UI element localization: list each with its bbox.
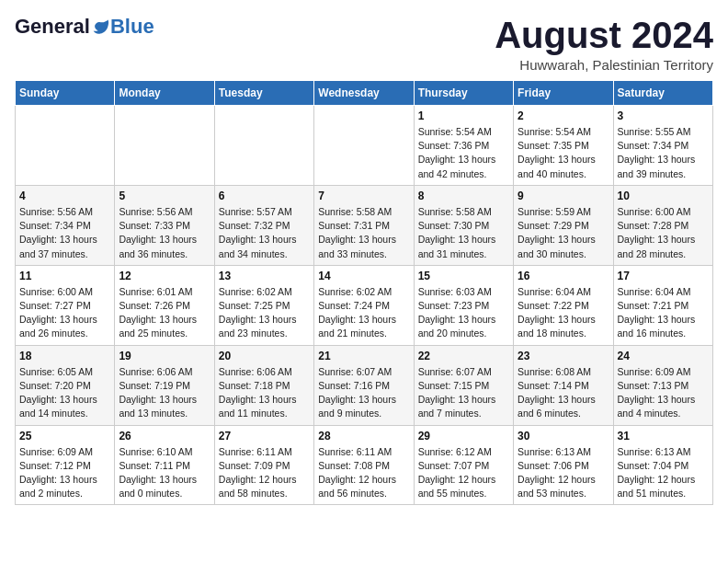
logo-general-text: General [15, 15, 90, 39]
day-number: 5 [119, 190, 210, 202]
weekday-header-row: SundayMondayTuesdayWednesdayThursdayFrid… [16, 81, 713, 106]
weekday-header: Tuesday [214, 81, 313, 106]
weekday-header: Thursday [414, 81, 513, 106]
calendar-cell: 17Sunrise: 6:04 AM Sunset: 7:21 PM Dayli… [613, 265, 712, 345]
calendar-cell: 6Sunrise: 5:57 AM Sunset: 7:32 PM Daylig… [214, 185, 313, 265]
calendar-cell: 3Sunrise: 5:55 AM Sunset: 7:34 PM Daylig… [613, 106, 712, 186]
calendar-cell: 15Sunrise: 6:03 AM Sunset: 7:23 PM Dayli… [414, 265, 513, 345]
calendar-cell: 2Sunrise: 5:54 AM Sunset: 7:35 PM Daylig… [514, 106, 613, 186]
day-detail: Sunrise: 6:13 AM Sunset: 7:04 PM Dayligh… [618, 445, 709, 501]
day-number: 3 [618, 109, 709, 122]
calendar-cell: 8Sunrise: 5:58 AM Sunset: 7:30 PM Daylig… [414, 185, 513, 265]
calendar-week-row: 18Sunrise: 6:05 AM Sunset: 7:20 PM Dayli… [16, 345, 713, 425]
day-detail: Sunrise: 6:12 AM Sunset: 7:07 PM Dayligh… [418, 445, 509, 501]
day-detail: Sunrise: 5:56 AM Sunset: 7:34 PM Dayligh… [19, 205, 110, 261]
calendar-cell: 9Sunrise: 5:59 AM Sunset: 7:29 PM Daylig… [514, 185, 613, 265]
day-detail: Sunrise: 6:07 AM Sunset: 7:16 PM Dayligh… [318, 365, 409, 421]
day-detail: Sunrise: 6:00 AM Sunset: 7:27 PM Dayligh… [19, 285, 110, 341]
day-number: 27 [219, 430, 310, 442]
day-number: 15 [418, 270, 509, 282]
calendar-cell: 25Sunrise: 6:09 AM Sunset: 7:12 PM Dayli… [16, 425, 115, 505]
day-number: 17 [618, 270, 709, 282]
day-number: 18 [19, 350, 110, 362]
calendar-cell [16, 106, 115, 186]
day-detail: Sunrise: 6:01 AM Sunset: 7:26 PM Dayligh… [119, 285, 210, 341]
day-number: 12 [119, 270, 210, 282]
day-detail: Sunrise: 6:02 AM Sunset: 7:24 PM Dayligh… [318, 285, 409, 341]
day-detail: Sunrise: 6:05 AM Sunset: 7:20 PM Dayligh… [19, 365, 110, 421]
calendar-cell: 1Sunrise: 5:54 AM Sunset: 7:36 PM Daylig… [414, 106, 513, 186]
day-number: 10 [618, 190, 709, 202]
day-number: 21 [318, 350, 409, 362]
day-detail: Sunrise: 5:54 AM Sunset: 7:36 PM Dayligh… [418, 125, 509, 181]
day-detail: Sunrise: 6:06 AM Sunset: 7:19 PM Dayligh… [119, 365, 210, 421]
day-detail: Sunrise: 5:56 AM Sunset: 7:33 PM Dayligh… [119, 205, 210, 261]
calendar-cell: 29Sunrise: 6:12 AM Sunset: 7:07 PM Dayli… [414, 425, 513, 505]
calendar-cell [115, 106, 214, 186]
page-header: General Blue August 2024 Huwwarah, Pales… [15, 15, 713, 73]
calendar-cell: 5Sunrise: 5:56 AM Sunset: 7:33 PM Daylig… [115, 185, 214, 265]
day-number: 28 [318, 430, 409, 442]
calendar-cell: 11Sunrise: 6:00 AM Sunset: 7:27 PM Dayli… [16, 265, 115, 345]
day-detail: Sunrise: 5:58 AM Sunset: 7:30 PM Dayligh… [418, 205, 509, 261]
calendar-cell: 21Sunrise: 6:07 AM Sunset: 7:16 PM Dayli… [314, 345, 414, 425]
calendar-cell: 27Sunrise: 6:11 AM Sunset: 7:09 PM Dayli… [214, 425, 313, 505]
calendar-cell: 24Sunrise: 6:09 AM Sunset: 7:13 PM Dayli… [613, 345, 712, 425]
weekday-header: Saturday [613, 81, 712, 106]
location-title: Huwwarah, Palestinian Territory [495, 57, 713, 73]
logo-blue-text: Blue [110, 15, 154, 39]
day-number: 14 [318, 270, 409, 282]
day-detail: Sunrise: 6:03 AM Sunset: 7:23 PM Dayligh… [418, 285, 509, 341]
calendar-cell: 13Sunrise: 6:02 AM Sunset: 7:25 PM Dayli… [214, 265, 313, 345]
day-number: 4 [19, 190, 110, 202]
calendar-table: SundayMondayTuesdayWednesdayThursdayFrid… [15, 80, 713, 505]
day-number: 8 [418, 190, 509, 202]
day-detail: Sunrise: 6:04 AM Sunset: 7:21 PM Dayligh… [618, 285, 709, 341]
day-detail: Sunrise: 6:02 AM Sunset: 7:25 PM Dayligh… [219, 285, 310, 341]
day-detail: Sunrise: 6:08 AM Sunset: 7:14 PM Dayligh… [518, 365, 609, 421]
calendar-cell: 16Sunrise: 6:04 AM Sunset: 7:22 PM Dayli… [514, 265, 613, 345]
day-detail: Sunrise: 6:06 AM Sunset: 7:18 PM Dayligh… [219, 365, 310, 421]
calendar-cell: 14Sunrise: 6:02 AM Sunset: 7:24 PM Dayli… [314, 265, 414, 345]
day-detail: Sunrise: 6:00 AM Sunset: 7:28 PM Dayligh… [618, 205, 709, 261]
day-number: 13 [219, 270, 310, 282]
calendar-cell: 28Sunrise: 6:11 AM Sunset: 7:08 PM Dayli… [314, 425, 414, 505]
weekday-header: Wednesday [314, 81, 414, 106]
day-number: 24 [618, 350, 709, 362]
day-number: 6 [219, 190, 310, 202]
day-number: 9 [518, 190, 609, 202]
calendar-cell [214, 106, 313, 186]
day-detail: Sunrise: 6:13 AM Sunset: 7:06 PM Dayligh… [518, 445, 609, 501]
calendar-cell: 12Sunrise: 6:01 AM Sunset: 7:26 PM Dayli… [115, 265, 214, 345]
calendar-cell: 18Sunrise: 6:05 AM Sunset: 7:20 PM Dayli… [16, 345, 115, 425]
logo: General Blue [15, 15, 154, 39]
day-number: 7 [318, 190, 409, 202]
day-number: 22 [418, 350, 509, 362]
day-number: 19 [119, 350, 210, 362]
day-number: 11 [19, 270, 110, 282]
calendar-cell: 26Sunrise: 6:10 AM Sunset: 7:11 PM Dayli… [115, 425, 214, 505]
weekday-header: Friday [514, 81, 613, 106]
day-number: 2 [518, 109, 609, 122]
day-number: 30 [518, 430, 609, 442]
calendar-cell: 23Sunrise: 6:08 AM Sunset: 7:14 PM Dayli… [514, 345, 613, 425]
calendar-cell: 10Sunrise: 6:00 AM Sunset: 7:28 PM Dayli… [613, 185, 712, 265]
title-block: August 2024 Huwwarah, Palestinian Territ… [495, 15, 713, 73]
day-number: 31 [618, 430, 709, 442]
day-detail: Sunrise: 5:55 AM Sunset: 7:34 PM Dayligh… [618, 125, 709, 181]
day-detail: Sunrise: 5:54 AM Sunset: 7:35 PM Dayligh… [518, 125, 609, 181]
day-number: 26 [119, 430, 210, 442]
day-detail: Sunrise: 6:09 AM Sunset: 7:13 PM Dayligh… [618, 365, 709, 421]
day-detail: Sunrise: 6:09 AM Sunset: 7:12 PM Dayligh… [19, 445, 110, 501]
day-detail: Sunrise: 6:04 AM Sunset: 7:22 PM Dayligh… [518, 285, 609, 341]
day-detail: Sunrise: 6:10 AM Sunset: 7:11 PM Dayligh… [119, 445, 210, 501]
month-title: August 2024 [495, 15, 713, 55]
calendar-cell: 4Sunrise: 5:56 AM Sunset: 7:34 PM Daylig… [16, 185, 115, 265]
weekday-header: Sunday [16, 81, 115, 106]
day-detail: Sunrise: 5:58 AM Sunset: 7:31 PM Dayligh… [318, 205, 409, 261]
calendar-cell: 30Sunrise: 6:13 AM Sunset: 7:06 PM Dayli… [514, 425, 613, 505]
day-number: 1 [418, 109, 509, 122]
day-detail: Sunrise: 6:07 AM Sunset: 7:15 PM Dayligh… [418, 365, 509, 421]
calendar-cell [314, 106, 414, 186]
weekday-header: Monday [115, 81, 214, 106]
